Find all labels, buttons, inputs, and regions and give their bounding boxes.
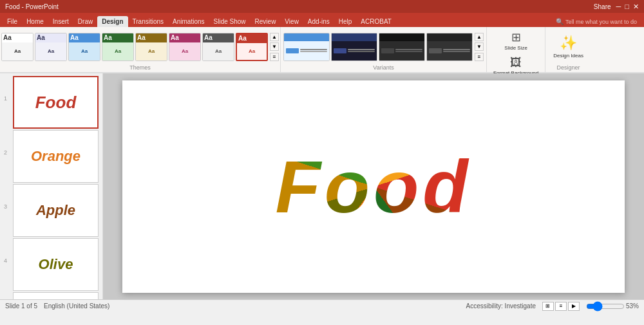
slide-item-1: 1 Food — [4, 76, 99, 129]
theme-item-4[interactable]: Aa Aa — [135, 33, 167, 61]
design-ideas-button[interactable]: ✨ Design Ideas — [551, 32, 586, 61]
close-button[interactable]: ✕ — [633, 3, 639, 11]
slide-area: Food — [103, 73, 644, 299]
status-bar: Slide 1 of 5 English (United States) Acc… — [0, 299, 644, 312]
variant-item-2[interactable] — [379, 33, 425, 61]
format-bg-icon: 🖼 — [510, 56, 522, 70]
slide-title-4: Olive — [39, 256, 73, 273]
main-slide-title: Food — [276, 144, 472, 229]
ribbon: Aa Aa Aa Aa Aa Aa — [0, 27, 644, 73]
variant-item-3[interactable] — [426, 33, 473, 61]
slide-item-5: 5 Bread — [4, 292, 99, 299]
tab-acrobat[interactable]: ACROBAT — [356, 16, 396, 27]
theme-item-1[interactable]: Aa Aa — [35, 33, 67, 61]
language-status: English (United States) — [44, 302, 460, 310]
designer-section: ✨ Design Ideas Designer — [545, 27, 591, 72]
tab-transitions[interactable]: Transitions — [128, 16, 169, 27]
themes-section: Aa Aa Aa Aa Aa Aa — [0, 27, 281, 72]
tab-insert[interactable]: Insert — [48, 16, 73, 27]
theme-item-2[interactable]: Aa Aa — [68, 33, 100, 61]
tab-design[interactable]: Design — [97, 16, 128, 27]
theme-item-6[interactable]: Aa Aa — [202, 33, 234, 61]
main-area: 1 Food 2 Orange 3 Apple 4 Olive — [0, 73, 644, 299]
slide-title-3: Apple — [36, 202, 75, 219]
slide-thumb-2[interactable]: Orange — [13, 130, 99, 183]
slide-size-button[interactable]: ⊞ Slide Size — [502, 29, 530, 52]
themes-more[interactable]: ≡ — [270, 53, 279, 61]
variants-label: Variants — [283, 64, 484, 71]
tab-review[interactable]: Review — [251, 16, 281, 27]
app-filename: Food - PowerPoint — [5, 3, 59, 10]
slide-item-2: 2 Orange — [4, 130, 99, 183]
variants-scroll-up[interactable]: ▲ — [475, 33, 484, 41]
slide-item-4: 4 Olive — [4, 238, 99, 291]
tab-addins[interactable]: Add-ins — [303, 16, 334, 27]
design-ideas-label: Design Ideas — [553, 53, 583, 59]
slide-number-2: 2 — [4, 130, 10, 156]
theme-item-3[interactable]: Aa Aa — [102, 33, 134, 61]
slide-title-2: Orange — [31, 148, 80, 165]
slide-number-4: 4 — [4, 238, 10, 264]
theme-item-5[interactable]: Aa Aa — [169, 33, 201, 61]
variants-more[interactable]: ≡ — [475, 53, 484, 61]
slide-item-3: 3 Apple — [4, 184, 99, 237]
outline-view-button[interactable]: ≡ — [555, 302, 567, 311]
view-buttons: ⊞ ≡ ▶ — [542, 302, 580, 311]
zoom-slider[interactable] — [586, 303, 625, 310]
slide-canvas[interactable]: Food — [122, 80, 625, 293]
accessibility-status: Accessibility: Investigate — [466, 302, 536, 310]
slide-panel: 1 Food 2 Orange 3 Apple 4 Olive — [0, 73, 103, 299]
design-ideas-icon: ✨ — [560, 35, 577, 51]
normal-view-button[interactable]: ⊞ — [542, 302, 554, 311]
tab-animations[interactable]: Animations — [168, 16, 209, 27]
slide-size-label: Slide Size — [504, 45, 527, 51]
tab-file[interactable]: File — [3, 16, 22, 27]
tabs-bar: File Home Insert Draw Design Transitions… — [0, 13, 644, 27]
zoom-level: 53% — [626, 302, 639, 310]
minimize-button[interactable]: ─ — [616, 3, 621, 10]
variants-scroll-down[interactable]: ▼ — [475, 42, 484, 51]
slide-title-1: Food — [35, 93, 77, 113]
variant-item-1[interactable] — [331, 33, 377, 61]
designer-label: Designer — [557, 64, 580, 71]
themes-label: Themes — [1, 64, 279, 71]
share-button[interactable]: Share — [594, 3, 611, 10]
variants-section: ▲ ▼ ≡ Variants — [281, 27, 487, 72]
search-icon: 🔍 — [556, 18, 564, 25]
theme-item-0[interactable]: Aa Aa — [1, 33, 33, 61]
maximize-button[interactable]: □ — [625, 3, 629, 10]
slide-size-icon: ⊞ — [511, 30, 521, 44]
themes-scroll-down[interactable]: ▼ — [270, 42, 279, 51]
customize-section: ⊞ Slide Size 🖼 Format Background Customi… — [487, 27, 545, 72]
themes-scroll-up[interactable]: ▲ — [270, 33, 279, 41]
slide-number-3: 3 — [4, 184, 10, 210]
slide-thumb-1[interactable]: Food — [13, 76, 99, 129]
slide-thumb-4[interactable]: Olive — [13, 238, 99, 291]
variant-item-0[interactable] — [283, 33, 330, 61]
tab-home[interactable]: Home — [22, 16, 48, 27]
slideshow-view-button[interactable]: ▶ — [568, 302, 580, 311]
zoom-area: 53% — [586, 302, 639, 310]
search-bar[interactable]: 🔍 Tell me what you want to do — [551, 16, 641, 27]
tab-slideshow[interactable]: Slide Show — [209, 16, 251, 27]
search-hint: Tell me what you want to do — [565, 19, 637, 25]
theme-item-7-selected[interactable]: Aa Aa — [236, 33, 268, 61]
tab-help[interactable]: Help — [334, 16, 357, 27]
slide-number-5: 5 — [4, 292, 10, 299]
slide-info: Slide 1 of 5 — [5, 302, 37, 310]
title-bar: Food - PowerPoint Share ─ □ ✕ — [0, 0, 644, 13]
slide-number-1: 1 — [4, 76, 10, 102]
tab-view[interactable]: View — [280, 16, 303, 27]
slide-thumb-5[interactable]: Bread — [13, 292, 99, 299]
tab-draw[interactable]: Draw — [73, 16, 97, 27]
slide-thumb-3[interactable]: Apple — [13, 184, 99, 237]
